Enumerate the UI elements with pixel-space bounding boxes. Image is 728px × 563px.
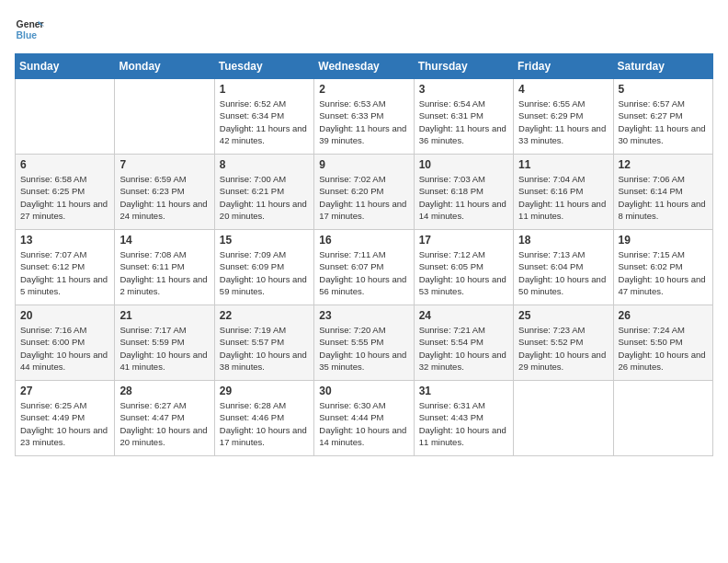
day-number: 27 xyxy=(20,385,109,397)
calendar-cell xyxy=(16,79,115,155)
calendar-cell: 8Sunrise: 7:00 AMSunset: 6:21 PMDaylight… xyxy=(214,155,313,230)
day-number: 5 xyxy=(619,83,708,96)
day-number: 2 xyxy=(319,83,408,96)
calendar-cell: 5Sunrise: 6:57 AMSunset: 6:27 PMDaylight… xyxy=(613,79,712,155)
calendar-cell xyxy=(115,79,214,155)
calendar-cell: 20Sunrise: 7:16 AMSunset: 6:00 PMDayligh… xyxy=(16,305,115,381)
day-info: Sunrise: 7:02 AMSunset: 6:20 PMDaylight:… xyxy=(319,173,408,222)
day-number: 15 xyxy=(220,234,309,247)
day-info: Sunrise: 7:19 AMSunset: 5:57 PMDaylight:… xyxy=(220,324,309,373)
day-number: 17 xyxy=(419,234,508,247)
day-number: 23 xyxy=(319,309,408,322)
header-wednesday: Wednesday xyxy=(314,54,414,79)
day-number: 20 xyxy=(20,309,109,322)
calendar-cell: 1Sunrise: 6:52 AMSunset: 6:34 PMDaylight… xyxy=(214,79,313,155)
day-number: 30 xyxy=(319,385,408,397)
day-number: 8 xyxy=(220,158,309,171)
calendar-cell: 26Sunrise: 7:24 AMSunset: 5:50 PMDayligh… xyxy=(613,305,712,381)
day-info: Sunrise: 6:54 AMSunset: 6:31 PMDaylight:… xyxy=(419,98,508,146)
day-info: Sunrise: 6:52 AMSunset: 6:34 PMDaylight:… xyxy=(220,98,309,146)
day-number: 21 xyxy=(119,309,209,322)
week-row-5: 27Sunrise: 6:25 AMSunset: 4:49 PMDayligh… xyxy=(16,381,713,456)
day-info: Sunrise: 7:00 AMSunset: 6:21 PMDaylight:… xyxy=(220,173,309,222)
calendar-cell: 22Sunrise: 7:19 AMSunset: 5:57 PMDayligh… xyxy=(214,305,313,381)
day-info: Sunrise: 6:31 AMSunset: 4:43 PMDaylight:… xyxy=(419,399,508,448)
calendar-cell: 27Sunrise: 6:25 AMSunset: 4:49 PMDayligh… xyxy=(16,381,115,456)
calendar-cell: 10Sunrise: 7:03 AMSunset: 6:18 PMDayligh… xyxy=(414,155,513,230)
day-number: 14 xyxy=(119,234,209,247)
day-number: 18 xyxy=(518,234,608,247)
week-row-4: 20Sunrise: 7:16 AMSunset: 6:00 PMDayligh… xyxy=(16,305,713,381)
calendar-cell: 18Sunrise: 7:13 AMSunset: 6:04 PMDayligh… xyxy=(514,230,613,305)
day-info: Sunrise: 6:58 AMSunset: 6:25 PMDaylight:… xyxy=(20,173,109,222)
day-number: 22 xyxy=(220,309,309,322)
day-info: Sunrise: 7:17 AMSunset: 5:59 PMDaylight:… xyxy=(119,324,209,373)
calendar-cell: 29Sunrise: 6:28 AMSunset: 4:46 PMDayligh… xyxy=(214,381,313,456)
calendar-cell: 15Sunrise: 7:09 AMSunset: 6:09 PMDayligh… xyxy=(214,230,313,305)
day-info: Sunrise: 7:11 AMSunset: 6:07 PMDaylight:… xyxy=(319,248,408,297)
day-info: Sunrise: 6:27 AMSunset: 4:47 PMDaylight:… xyxy=(119,399,209,448)
header-saturday: Saturday xyxy=(613,54,712,79)
page-header: General Blue xyxy=(15,15,713,44)
calendar-header-row: SundayMondayTuesdayWednesdayThursdayFrid… xyxy=(16,54,713,79)
day-info: Sunrise: 7:09 AMSunset: 6:09 PMDaylight:… xyxy=(220,248,309,297)
day-number: 25 xyxy=(518,309,608,322)
day-info: Sunrise: 7:03 AMSunset: 6:18 PMDaylight:… xyxy=(419,173,508,222)
calendar-cell: 17Sunrise: 7:12 AMSunset: 6:05 PMDayligh… xyxy=(414,230,513,305)
header-tuesday: Tuesday xyxy=(214,54,313,79)
calendar-cell xyxy=(514,381,613,456)
day-info: Sunrise: 7:13 AMSunset: 6:04 PMDaylight:… xyxy=(518,248,608,297)
week-row-1: 1Sunrise: 6:52 AMSunset: 6:34 PMDaylight… xyxy=(16,79,713,155)
day-info: Sunrise: 6:30 AMSunset: 4:44 PMDaylight:… xyxy=(319,399,408,448)
day-info: Sunrise: 7:23 AMSunset: 5:52 PMDaylight:… xyxy=(518,324,608,373)
header-monday: Monday xyxy=(115,54,214,79)
day-number: 3 xyxy=(419,83,508,96)
day-number: 11 xyxy=(518,158,608,171)
calendar-cell xyxy=(613,381,712,456)
day-number: 13 xyxy=(20,234,109,247)
day-number: 7 xyxy=(119,158,209,171)
day-info: Sunrise: 7:15 AMSunset: 6:02 PMDaylight:… xyxy=(619,248,708,297)
header-thursday: Thursday xyxy=(414,54,513,79)
day-info: Sunrise: 6:59 AMSunset: 6:23 PMDaylight:… xyxy=(119,173,209,222)
day-info: Sunrise: 6:25 AMSunset: 4:49 PMDaylight:… xyxy=(20,399,109,448)
day-info: Sunrise: 7:20 AMSunset: 5:55 PMDaylight:… xyxy=(319,324,408,373)
day-number: 10 xyxy=(419,158,508,171)
day-info: Sunrise: 7:07 AMSunset: 6:12 PMDaylight:… xyxy=(20,248,109,297)
calendar-cell: 14Sunrise: 7:08 AMSunset: 6:11 PMDayligh… xyxy=(115,230,214,305)
day-number: 24 xyxy=(419,309,508,322)
day-number: 16 xyxy=(319,234,408,247)
day-info: Sunrise: 7:12 AMSunset: 6:05 PMDaylight:… xyxy=(419,248,508,297)
week-row-3: 13Sunrise: 7:07 AMSunset: 6:12 PMDayligh… xyxy=(16,230,713,305)
day-number: 9 xyxy=(319,158,408,171)
day-number: 31 xyxy=(419,385,508,397)
day-number: 1 xyxy=(220,83,309,96)
day-number: 28 xyxy=(119,385,209,397)
calendar-cell: 28Sunrise: 6:27 AMSunset: 4:47 PMDayligh… xyxy=(115,381,214,456)
day-info: Sunrise: 6:28 AMSunset: 4:46 PMDaylight:… xyxy=(220,399,309,448)
calendar-cell: 19Sunrise: 7:15 AMSunset: 6:02 PMDayligh… xyxy=(613,230,712,305)
day-info: Sunrise: 7:24 AMSunset: 5:50 PMDaylight:… xyxy=(619,324,708,373)
calendar-cell: 7Sunrise: 6:59 AMSunset: 6:23 PMDaylight… xyxy=(115,155,214,230)
day-info: Sunrise: 6:55 AMSunset: 6:29 PMDaylight:… xyxy=(518,98,608,146)
svg-text:General: General xyxy=(17,19,44,29)
day-info: Sunrise: 7:04 AMSunset: 6:16 PMDaylight:… xyxy=(518,173,608,222)
header-friday: Friday xyxy=(514,54,613,79)
logo: General Blue xyxy=(15,15,44,44)
day-info: Sunrise: 7:21 AMSunset: 5:54 PMDaylight:… xyxy=(419,324,508,373)
day-number: 6 xyxy=(20,158,109,171)
calendar-cell: 21Sunrise: 7:17 AMSunset: 5:59 PMDayligh… xyxy=(115,305,214,381)
logo-icon: General Blue xyxy=(15,15,44,44)
day-info: Sunrise: 7:08 AMSunset: 6:11 PMDaylight:… xyxy=(119,248,209,297)
day-number: 29 xyxy=(220,385,309,397)
calendar-cell: 4Sunrise: 6:55 AMSunset: 6:29 PMDaylight… xyxy=(514,79,613,155)
calendar-cell: 16Sunrise: 7:11 AMSunset: 6:07 PMDayligh… xyxy=(314,230,414,305)
calendar-cell: 3Sunrise: 6:54 AMSunset: 6:31 PMDaylight… xyxy=(414,79,513,155)
week-row-2: 6Sunrise: 6:58 AMSunset: 6:25 PMDaylight… xyxy=(16,155,713,230)
calendar-cell: 13Sunrise: 7:07 AMSunset: 6:12 PMDayligh… xyxy=(16,230,115,305)
calendar-cell: 12Sunrise: 7:06 AMSunset: 6:14 PMDayligh… xyxy=(613,155,712,230)
day-number: 19 xyxy=(619,234,708,247)
day-info: Sunrise: 6:53 AMSunset: 6:33 PMDaylight:… xyxy=(319,98,408,146)
calendar-cell: 30Sunrise: 6:30 AMSunset: 4:44 PMDayligh… xyxy=(314,381,414,456)
calendar-cell: 2Sunrise: 6:53 AMSunset: 6:33 PMDaylight… xyxy=(314,79,414,155)
